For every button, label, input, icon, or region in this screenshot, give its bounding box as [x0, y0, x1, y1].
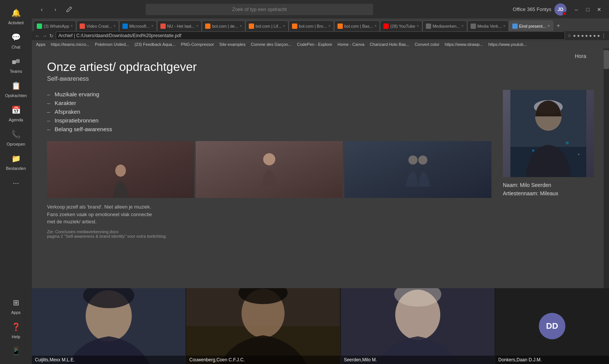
tab-mediaverken1[interactable]: Mediaverken... × [422, 20, 467, 31]
tab-close-mediaverken2[interactable]: × [503, 24, 505, 28]
edit-button[interactable] [64, 4, 74, 15]
address-input[interactable] [56, 31, 565, 40]
tab-close-whatsapp[interactable]: × [71, 24, 73, 28]
bookmark-icon[interactable]: ☆ [567, 33, 571, 38]
slide-caption: Verkoop jezelf als 'brand'. Niet alleen … [47, 203, 491, 226]
tab-bol2[interactable]: bol.com | Lif... × [245, 20, 289, 31]
tab-close-bol2[interactable]: × [283, 24, 285, 28]
photo-grid [47, 141, 491, 198]
tab-favicon [292, 24, 297, 29]
tab-bol1[interactable]: bol.com | de... × [202, 20, 245, 31]
profile-name: Office 365 Fontys [513, 6, 551, 12]
sidebar-item-more[interactable]: ··· [0, 174, 32, 192]
sidebar-item-device[interactable]: 📱 [0, 342, 32, 360]
activiteit-icon: 🔔 [10, 7, 22, 19]
opdrachten-icon: 📋 [10, 80, 22, 92]
reload-nav[interactable]: ↻ [49, 33, 53, 39]
tab-favicon [337, 24, 343, 29]
tab-bol3[interactable]: bol.com | Bro... × [289, 20, 334, 31]
tab-mediaverken2[interactable]: Media Verk... × [467, 20, 509, 31]
sidebar-item-help[interactable]: ❓ Help [0, 318, 32, 342]
bookmark-canva[interactable]: Home - Canva [336, 41, 366, 47]
tab-close-eindpresentatie[interactable]: × [548, 24, 550, 28]
tab-favicon [205, 24, 210, 29]
bullet-3: Afspraken [47, 107, 491, 116]
bookmark-color[interactable]: Convert color [413, 41, 441, 47]
tab-close-videocreat[interactable]: × [113, 24, 116, 28]
bookmark-png[interactable]: PNG-Compressor [179, 41, 216, 47]
svg-point-5 [418, 155, 427, 165]
bookmark-teams[interactable]: https://teams.micro... [49, 41, 91, 47]
artist-caption: Naam: Milo Seerden Artiestennaam: Mileau… [503, 181, 594, 198]
bookmark-site[interactable]: Site examples [217, 41, 247, 47]
forward-nav[interactable]: → [42, 33, 47, 39]
maximize-button[interactable]: □ [582, 4, 593, 15]
bestanden-icon: 📁 [10, 152, 22, 165]
tab-close-bol3[interactable]: × [328, 24, 331, 28]
tab-youtube[interactable]: (28) YouTube × [380, 20, 422, 31]
sidebar-item-opdrachten[interactable]: 📋 Opdrachten [0, 77, 32, 101]
close-button[interactable]: ✕ [594, 4, 604, 15]
slide-title: Onze artiest/ opdrachtgever [47, 60, 594, 74]
chat-icon: 💬 [10, 31, 22, 43]
bookmark-pokemon[interactable]: Pokémon United... [93, 41, 131, 47]
slide-footnote: Zie: Conclusies mediaverkenning.docx pag… [47, 229, 491, 238]
sidebar-item-teams[interactable]: Teams [0, 52, 32, 77]
bookmarks-bar: Apps https://teams.micro... Pokémon Unit… [32, 40, 609, 49]
more-options-icon[interactable]: ⋮ [601, 33, 606, 38]
tab-videocreat[interactable]: Video Creat... × [76, 20, 119, 31]
back-button[interactable]: ‹ [36, 4, 47, 15]
photo-2 [196, 141, 343, 198]
address-bar-row: ← → ↻ ☆ ● ● ● ● ● ● ● ⋮ [32, 31, 609, 40]
participant-name-couwenberg: Couwenberg,Coen C.F.J.C. [186, 356, 340, 364]
scrollbar-thumb[interactable] [604, 50, 609, 69]
forward-button[interactable]: › [50, 4, 61, 15]
sidebar-item-agenda[interactable]: 📅 Agenda [0, 101, 32, 125]
notification-dot [563, 12, 567, 16]
participant-cuijlits: Cuijlits,Mexx M.L.E. [32, 288, 185, 364]
tab-bol4[interactable]: bol.com | Bas... × [334, 20, 380, 31]
sidebar-item-activiteit[interactable]: 🔔 Activiteit [0, 4, 32, 28]
oproepen-icon: 📞 [10, 128, 22, 140]
tab-favicon [122, 24, 128, 29]
tab-close-bol1[interactable]: × [240, 24, 242, 28]
bullet-2: Karakter [47, 99, 491, 107]
tab-microsoft[interactable]: Microsoft... × [119, 20, 157, 31]
agenda-icon: 📅 [10, 104, 22, 116]
tab-close-mediaverken1[interactable]: × [461, 24, 464, 28]
tab-whatsapp[interactable]: (3) WhatsApp × [33, 20, 76, 31]
participant-name-cuijlits: Cuijlits,Mexx M.L.E. [32, 356, 185, 364]
sidebar-item-oproepen[interactable]: 📞 Oproepen [0, 125, 32, 149]
bookmark-straw[interactable]: https://www.strawp... [443, 41, 485, 47]
bookmark-apps[interactable]: Apps [34, 41, 47, 47]
more-icon: ··· [10, 177, 22, 189]
bookmark-feedback[interactable]: (23) Feedback Aqua... [133, 41, 177, 47]
tab-close-nu[interactable]: × [196, 24, 198, 28]
device-icon: 📱 [10, 345, 22, 357]
tab-nu[interactable]: NU - Het laat... × [157, 20, 202, 31]
back-nav[interactable]: ← [35, 33, 40, 39]
tab-close-bol4[interactable]: × [374, 24, 377, 28]
hora-label: Hora [575, 53, 586, 59]
tab-eindpresentatie[interactable]: Eind present... × [509, 20, 553, 31]
bookmark-codepen[interactable]: CodePen - Explore [295, 41, 334, 47]
command-search[interactable]: Zoek of typ een opdracht [146, 4, 373, 15]
sidebar-item-bestanden[interactable]: 📁 Bestanden [0, 149, 32, 174]
new-tab-button[interactable]: + [553, 20, 564, 31]
tab-close-microsoft[interactable]: × [151, 24, 154, 28]
apps-icon: ⊞ [10, 297, 22, 309]
minimize-button[interactable]: – [571, 4, 582, 15]
tab-close-youtube[interactable]: × [417, 24, 419, 28]
photo-1 [47, 141, 194, 198]
photo-3 [344, 141, 491, 198]
address-icons: ☆ ● ● ● ● ● ● ● ⋮ [567, 33, 606, 38]
bookmark-youtube[interactable]: https://www.youtub... [487, 41, 529, 47]
profile-avatar[interactable]: JD [554, 3, 567, 16]
sidebar-item-apps[interactable]: ⊞ Apps [0, 293, 32, 318]
bookmark-comme[interactable]: Comme des Garçon... [249, 41, 294, 47]
participant-name-seerden: Seerden,Milo M. [341, 356, 494, 364]
bullet-1: Muzikale ervaring [47, 90, 491, 99]
tab-favicon [426, 24, 431, 29]
bookmark-charizard[interactable]: Charizard Holo Bas... [368, 41, 411, 47]
sidebar-item-chat[interactable]: 💬 Chat [0, 28, 32, 52]
